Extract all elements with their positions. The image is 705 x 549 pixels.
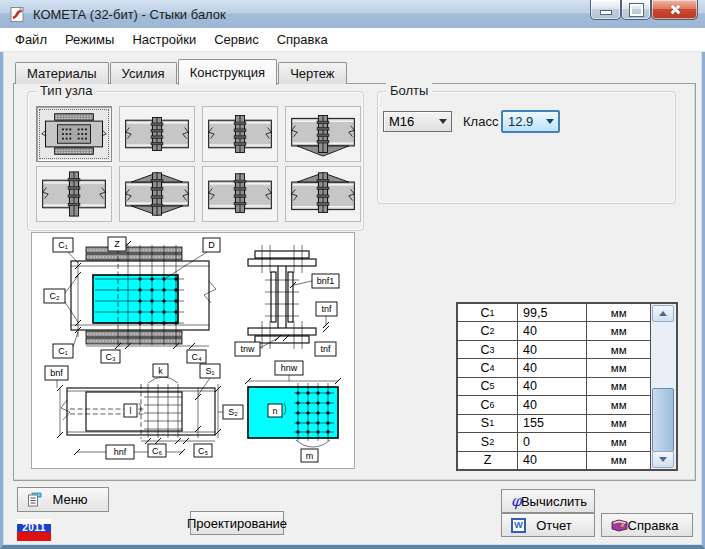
joint-type-button-8[interactable]	[285, 166, 361, 222]
joint-type-button-2[interactable]	[119, 106, 195, 162]
calculate-button-label: Вычислить	[521, 494, 587, 509]
scrollbar-down-button[interactable]	[652, 451, 674, 468]
param-name: C6	[458, 396, 518, 413]
param-value[interactable]: 40	[518, 396, 587, 413]
side-view: bnf k S₁ l S₂ hnf C₆ C₅	[45, 364, 243, 459]
maximize-button[interactable]	[621, 0, 651, 20]
dim-label-tnfb: tnf	[320, 344, 331, 354]
param-unit: мм	[587, 359, 650, 376]
help-button-label: Справка	[628, 518, 679, 533]
dim-label-d: D	[208, 240, 215, 250]
joint-type-5-icon	[39, 170, 109, 218]
tab-materials[interactable]: Материалы	[15, 62, 109, 84]
dim-label-bnf: bnf	[50, 368, 63, 378]
menu-item-help[interactable]: Справка	[268, 29, 337, 50]
param-name: S2	[458, 433, 518, 450]
dim-label-bnf1: bnf1	[317, 276, 335, 286]
dim-label-l: l	[130, 406, 132, 416]
menu-item-settings[interactable]: Настройки	[123, 29, 205, 50]
param-value[interactable]: 40	[518, 452, 587, 469]
bolt-class-select[interactable]: 12.9	[501, 110, 560, 133]
tab-drawing[interactable]: Чертеж	[278, 62, 346, 84]
menu-item-service[interactable]: Сервис	[205, 29, 268, 50]
window-title: КОМЕТА (32-бит) - Стыки балок	[33, 7, 226, 22]
minimize-icon	[600, 10, 612, 15]
table-row: S2 0 мм	[458, 433, 650, 451]
dim-label-m: m	[306, 451, 314, 461]
app-icon	[9, 6, 26, 23]
table-scrollbar[interactable]	[650, 304, 676, 469]
design-button[interactable]: Проектирование	[190, 511, 284, 535]
table-row: C6 40 мм	[458, 396, 650, 414]
table-row: C1 99,5 мм	[458, 304, 650, 322]
section-view: bnf1 tnf tnw tnf	[235, 245, 339, 356]
dim-label-hnw: hnw	[281, 363, 298, 373]
scrollbar-thumb[interactable]	[652, 388, 674, 452]
tab-construction[interactable]: Конструкция	[178, 59, 277, 85]
dim-label-hnf: hnf	[114, 447, 127, 457]
menu-button-label: Меню	[52, 492, 87, 507]
table-row: C5 40 мм	[458, 378, 650, 396]
dim-label-c6: C₆	[152, 446, 162, 456]
param-name: C4	[458, 359, 518, 376]
param-value[interactable]: 40	[518, 378, 587, 395]
close-button[interactable]	[651, 0, 698, 20]
phi-icon: φ	[511, 494, 522, 509]
design-button-label: Проектирование	[187, 516, 287, 531]
param-value[interactable]: 155	[518, 415, 587, 432]
chevron-down-icon	[542, 112, 558, 131]
report-button[interactable]: W Отчет	[501, 513, 595, 537]
help-button[interactable]: Справка	[601, 513, 693, 537]
minimize-button[interactable]	[590, 0, 621, 20]
tab-forces[interactable]: Усилия	[110, 62, 177, 84]
plan-view: C₁ Z D C₂ C₁ C₃ C₄	[44, 237, 220, 363]
table-row: C3 40 мм	[458, 341, 650, 359]
bolt-diameter-select[interactable]: M16	[383, 111, 452, 132]
joint-type-button-7[interactable]	[202, 166, 278, 222]
param-value[interactable]: 99,5	[518, 304, 587, 321]
dim-label-c5: C₅	[198, 446, 208, 456]
joint-type-button-4[interactable]	[285, 106, 361, 162]
chevron-down-icon	[435, 112, 451, 131]
menu-item-file[interactable]: Файл	[6, 29, 56, 50]
logo-year: 2011	[22, 522, 46, 541]
titlebar: КОМЕТА (32-бит) - Стыки балок	[0, 0, 705, 29]
dim-label-c1b: C₁	[58, 346, 68, 356]
param-value[interactable]: 40	[518, 359, 587, 376]
dim-label-tnw: tnw	[240, 344, 255, 354]
param-value[interactable]: 0	[518, 433, 587, 450]
dim-label-s2: S₂	[228, 407, 238, 417]
dim-label-n: n	[272, 406, 277, 416]
dim-label-s1: S₁	[205, 366, 214, 376]
param-unit: мм	[587, 341, 650, 358]
dim-label-c2: C₂	[50, 291, 60, 301]
table-row: S1 155 мм	[458, 415, 650, 433]
drawing-panel: C₁ Z D C₂ C₁ C₃ C₄ bnf1	[31, 232, 355, 469]
dim-label-c3: C₃	[105, 352, 115, 362]
dim-label-k: k	[158, 366, 163, 376]
param-unit: мм	[587, 433, 650, 450]
menu-item-modes[interactable]: Режимы	[56, 29, 123, 50]
joint-type-button-6[interactable]	[119, 166, 195, 222]
bolt-diameter-value: M16	[384, 114, 435, 129]
joint-type-7-icon	[205, 170, 275, 218]
joint-type-group-label: Тип узла	[36, 83, 96, 98]
param-unit: мм	[587, 396, 650, 413]
joint-type-button-5[interactable]	[36, 166, 112, 222]
table-row: Z 40 мм	[458, 452, 650, 469]
param-name: C3	[458, 341, 518, 358]
dim-label-c1: C₁	[58, 240, 68, 250]
scrollbar-up-button[interactable]	[652, 305, 674, 322]
parameter-table: C1 99,5 мм C2 40 мм C3 40 мм C4 40 мм C5	[456, 302, 678, 471]
close-icon	[668, 3, 681, 16]
joint-type-button-1[interactable]	[36, 106, 112, 162]
param-value[interactable]: 40	[518, 322, 587, 339]
joint-type-button-3[interactable]	[202, 106, 278, 162]
joint-type-4-icon	[288, 110, 358, 158]
dim-label-tnf: tnf	[321, 304, 332, 314]
book-icon	[611, 518, 628, 532]
dim-label-c4: C₄	[191, 352, 201, 362]
calculate-button[interactable]: φ Вычислить	[501, 489, 595, 513]
param-value[interactable]: 40	[518, 341, 587, 358]
menu-button[interactable]: Меню	[17, 487, 109, 512]
